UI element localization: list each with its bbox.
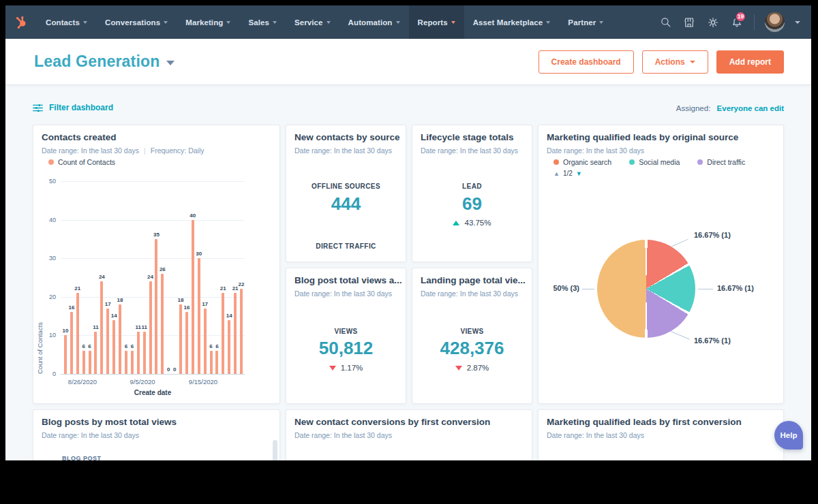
metric-delta: 2.87% (412, 364, 532, 372)
nav-item-marketing[interactable]: Marketing (177, 5, 239, 39)
x-axis-title: Create date (61, 389, 245, 396)
table-scrollbar[interactable] (273, 440, 277, 460)
help-button[interactable]: Help (774, 421, 803, 450)
nav-item-contacts[interactable]: Contacts (37, 5, 96, 39)
bar (228, 320, 230, 374)
bar (192, 220, 194, 374)
bar (137, 332, 140, 374)
pie-chart (597, 240, 695, 338)
notifications-bell-icon[interactable]: 19 (730, 16, 744, 29)
bar-value-label: 18 (117, 297, 123, 303)
pie-slice-label: 16.67% (1) (694, 231, 731, 239)
card-title: New contact conversions by first convers… (294, 417, 490, 427)
pie-slice-label: 16.67% (1) (717, 284, 754, 292)
hubspot-logo[interactable] (5, 5, 37, 39)
date-range: Date range: In the last 30 days (42, 146, 139, 155)
account-chevron-down-icon[interactable] (795, 21, 800, 24)
bar-value-label: 17 (105, 301, 111, 307)
pie-slice-label: 50% (3) (541, 284, 579, 292)
header-buttons: Create dashboard Actions Add report (539, 50, 784, 74)
dashboard-title-dropdown[interactable]: Lead Generation (34, 52, 175, 71)
bar (210, 351, 213, 374)
card-meta: Date range: In the last 30 days (294, 289, 392, 298)
frequency: Frequency: Daily (151, 146, 204, 155)
create-dashboard-button[interactable]: Create dashboard (539, 50, 634, 74)
legend-label: Count of Contacts (58, 158, 115, 166)
bar-value-label: 21 (220, 285, 226, 292)
chevron-down-icon (546, 21, 550, 24)
bar-value-label: 16 (183, 304, 190, 311)
nav-item-partner[interactable]: Partner (559, 5, 612, 39)
bar (112, 320, 115, 374)
delta-value: 1.17% (341, 364, 363, 372)
nav-item-service[interactable]: Service (286, 5, 339, 39)
settings-gear-icon[interactable] (706, 16, 720, 29)
bar-value-label: 11 (136, 324, 141, 330)
legend-dot (697, 159, 703, 165)
x-tick-label: 9/15/2020 (189, 378, 217, 385)
delta-value: 43.75% (464, 219, 491, 227)
nav-items: Contacts Conversations Marketing Sales S… (37, 5, 612, 39)
nav-item-label: Automation (348, 18, 393, 27)
chevron-down-icon (690, 61, 695, 63)
sprocket-icon (14, 15, 29, 30)
legend-page-down-icon[interactable]: ▼ (576, 170, 582, 177)
actions-button[interactable]: Actions (642, 50, 708, 74)
assigned-label: Assigned: (676, 104, 711, 112)
legend-item-social-media[interactable]: Social media (629, 158, 680, 166)
card-title: Blog posts by most total views (42, 417, 177, 427)
bar-value-label: 14 (111, 313, 117, 319)
bar (185, 312, 188, 374)
legend-item-count-of-contacts[interactable]: Count of Contacts (48, 158, 115, 166)
card-blog-post-total-views: Blog post total views a... Date range: I… (286, 268, 406, 404)
y-axis-title: Count of Contacts (36, 181, 44, 374)
gridline (61, 258, 245, 259)
bar-value-label: 6 (215, 343, 218, 349)
bar-value-label: 0 (173, 366, 176, 373)
bar (179, 304, 182, 374)
legend-page-up-icon[interactable]: ▲ (554, 170, 560, 177)
nav-item-automation[interactable]: Automation (339, 5, 409, 39)
add-report-button[interactable]: Add report (716, 50, 784, 74)
bar-value-label: 0 (167, 366, 170, 373)
bar (143, 332, 146, 374)
nav-item-label: Service (294, 18, 323, 27)
bar-value-label: 21 (232, 285, 239, 292)
pie-connector-line (698, 289, 713, 289)
metric-value: 69 (412, 193, 532, 215)
chevron-down-icon (226, 21, 230, 24)
nav-item-label: Reports (418, 18, 448, 27)
legend-item-organic-search[interactable]: Organic search (554, 158, 611, 166)
filter-dashboard-link[interactable]: Filter dashboard (33, 103, 113, 112)
page-header: Lead Generation Create dashboard Actions… (5, 39, 811, 85)
chevron-down-icon (83, 21, 87, 24)
nav-utilities: 19 (658, 5, 811, 39)
bar-value-label: 30 (196, 251, 202, 257)
delta-down-icon (455, 366, 462, 371)
bar-value-label: 22 (239, 281, 245, 287)
bar-value-label: 6 (88, 343, 91, 349)
bar-value-label: 24 (147, 274, 153, 280)
nav-item-sales[interactable]: Sales (239, 5, 286, 39)
marketplace-icon[interactable] (682, 16, 696, 29)
nav-item-asset-marketplace[interactable]: Asset Marketplace (464, 5, 560, 39)
card-landing-page-total-views: Landing page total vie... Date range: In… (412, 268, 532, 404)
bar-value-label: 6 (125, 343, 127, 349)
y-tick-label: 30 (37, 255, 56, 262)
x-tick-label: 8/26/2020 (68, 378, 97, 385)
filter-icon (33, 104, 43, 112)
nav-item-reports[interactable]: Reports (409, 5, 464, 39)
nav-item-conversations[interactable]: Conversations (96, 5, 177, 39)
assigned-value-link[interactable]: Everyone can edit (717, 104, 784, 112)
bar (131, 351, 134, 374)
legend-item-direct-traffic[interactable]: Direct traffic (697, 158, 745, 166)
bar-value-label: 6 (82, 343, 85, 349)
card-meta: Date range: In the last 30 days|Frequenc… (42, 146, 204, 155)
metric-label-2: DIRECT TRAFFIC (286, 242, 406, 250)
bar (155, 239, 157, 374)
y-tick-label: 10 (37, 332, 56, 338)
chart-legend: Count of Contacts (48, 158, 115, 166)
search-icon[interactable] (658, 16, 672, 29)
avatar[interactable] (765, 12, 785, 32)
card-meta: Date range: In the last 30 days (547, 146, 644, 155)
